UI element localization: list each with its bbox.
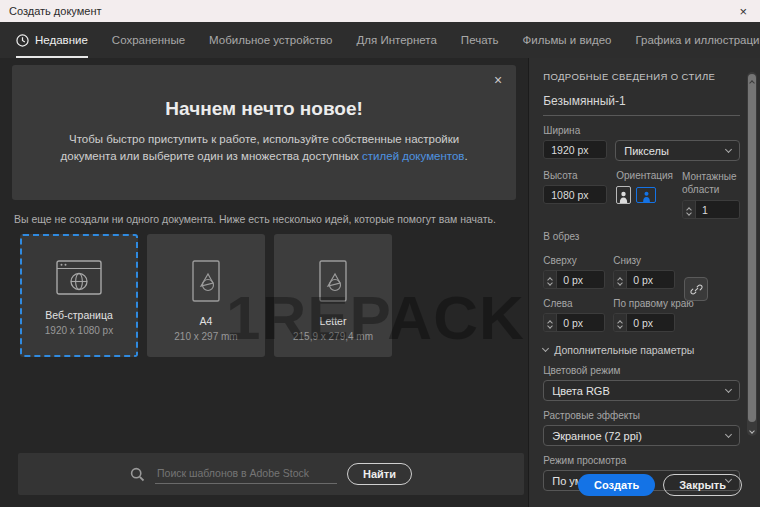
search-icon xyxy=(130,467,145,482)
bleed-bottom-label: Снизу xyxy=(613,255,675,266)
panel-scrollbar[interactable] xyxy=(747,72,757,436)
empty-state-hint: Вы еще не создали ни одного документа. Н… xyxy=(14,213,528,225)
tab-label: Мобильное устройство xyxy=(209,34,332,46)
bleed-left-value: 0 px xyxy=(557,314,604,331)
advanced-options-toggle[interactable]: Дополнительные параметры xyxy=(543,344,740,356)
tab-label: Для Интернета xyxy=(356,34,436,46)
stepper-arrows[interactable] xyxy=(614,314,627,331)
tab-label: Печать xyxy=(461,34,499,46)
preset-details-panel: ПОДРОБНЫЕ СВЕДЕНИЯ О СТИЛЕ Безымянный-1 … xyxy=(529,58,760,507)
preset-size: 210 x 297 mm xyxy=(174,331,237,342)
preset-name: A4 xyxy=(200,315,213,327)
tab-label: Графика и иллюстрации xyxy=(635,34,760,46)
artboards-label: Монтажные области xyxy=(682,170,740,196)
preset-name: Letter xyxy=(320,315,347,327)
color-mode-label: Цветовой режим xyxy=(543,365,740,376)
bleed-right-label: По правому краю xyxy=(613,298,675,309)
search-button[interactable]: Найти xyxy=(347,463,412,485)
raster-effects-label: Растровые эффекты xyxy=(543,410,740,421)
orientation-landscape-button[interactable] xyxy=(636,187,656,203)
web-page-icon xyxy=(56,260,102,296)
bleed-top-value: 0 px xyxy=(557,271,604,288)
chevron-down-icon xyxy=(749,428,755,434)
tab-label: Фильмы и видео xyxy=(523,34,612,46)
link-bleed-values-button[interactable] xyxy=(684,277,708,301)
chevron-down-icon xyxy=(725,430,732,437)
orientation-portrait-button[interactable] xyxy=(616,186,631,204)
preset-card-a4[interactable]: A4 210 x 297 mm xyxy=(147,234,265,357)
close-button[interactable]: Закрыть xyxy=(663,474,742,496)
tab-film-video[interactable]: Фильмы и видео xyxy=(523,22,612,58)
tab-label: Сохраненные xyxy=(112,34,185,46)
raster-effects-dropdown[interactable]: Экранное (72 ppi) xyxy=(543,425,740,446)
bleed-bottom-value: 0 px xyxy=(627,271,674,288)
welcome-banner: × Начнем нечто новое! Чтобы быстро прист… xyxy=(12,65,516,200)
tab-mobile[interactable]: Мобильное устройство xyxy=(209,22,332,58)
orientation-label: Ориентация xyxy=(616,170,673,181)
document-name-field[interactable]: Безымянный-1 xyxy=(543,94,740,116)
raster-effects-value: Экранное (72 ppi) xyxy=(552,430,642,442)
bleed-left-label: Слева xyxy=(543,298,605,309)
panel-header: ПОДРОБНЫЕ СВЕДЕНИЯ О СТИЛЕ xyxy=(543,71,740,82)
tab-web[interactable]: Для Интернета xyxy=(356,22,436,58)
artboards-stepper[interactable]: 1 xyxy=(682,200,740,219)
preset-cards: Веб-страница 1920 x 1080 px A4 210 x 297… xyxy=(20,234,528,357)
preview-mode-label: Режим просмотра xyxy=(543,455,740,466)
banner-text-part: . xyxy=(464,150,467,162)
tab-art-illustration[interactable]: Графика и иллюстрации xyxy=(635,22,760,58)
presets-area: × Начнем нечто новое! Чтобы быстро прист… xyxy=(0,58,529,507)
document-presets-link[interactable]: стилей документов xyxy=(362,150,464,162)
preset-name: Веб-страница xyxy=(45,309,113,321)
bleed-bottom-stepper[interactable]: 0 px xyxy=(613,270,675,289)
banner-title: Начнем нечто новое! xyxy=(12,65,516,120)
color-mode-dropdown[interactable]: Цвета RGB xyxy=(543,380,740,401)
stepper-arrows[interactable] xyxy=(544,271,557,288)
tab-print[interactable]: Печать xyxy=(461,22,499,58)
width-input[interactable]: 1920 px xyxy=(543,140,607,159)
preset-card-letter[interactable]: Letter 215,9 x 279,4 mm xyxy=(274,234,392,357)
category-tabs: Недавние Сохраненные Мобильное устройств… xyxy=(0,22,760,58)
color-mode-value: Цвета RGB xyxy=(552,385,610,397)
chevron-down-icon xyxy=(725,145,732,152)
print-page-icon xyxy=(316,260,350,302)
height-label: Высота xyxy=(543,170,607,181)
chevron-down-icon xyxy=(725,385,732,392)
clock-icon xyxy=(16,34,29,47)
advanced-options-label: Дополнительные параметры xyxy=(554,344,694,356)
bleed-left-stepper[interactable]: 0 px xyxy=(543,313,605,332)
banner-close-icon[interactable]: × xyxy=(494,73,502,87)
tab-label: Недавние xyxy=(35,34,88,46)
stepper-arrows[interactable] xyxy=(683,201,696,218)
chevron-up-icon xyxy=(749,80,755,86)
chain-link-icon xyxy=(690,283,703,296)
width-label: Ширина xyxy=(543,125,740,136)
preset-card-web-page[interactable]: Веб-страница 1920 x 1080 px xyxy=(20,234,138,357)
height-input[interactable]: 1080 px xyxy=(543,185,607,204)
bleed-top-stepper[interactable]: 0 px xyxy=(543,270,605,289)
stock-search-input[interactable] xyxy=(155,465,337,484)
landscape-person-icon xyxy=(642,191,651,202)
create-button[interactable]: Создать xyxy=(578,474,655,496)
tab-recent[interactable]: Недавние xyxy=(16,22,88,58)
stepper-arrows[interactable] xyxy=(614,271,627,288)
bleed-section-label: В обрез xyxy=(543,231,740,242)
bleed-right-value: 0 px xyxy=(627,314,674,331)
title-bar: Создать документ × xyxy=(0,0,760,22)
tab-saved[interactable]: Сохраненные xyxy=(112,22,185,58)
portrait-person-icon xyxy=(619,191,628,203)
artboards-value: 1 xyxy=(696,201,739,218)
units-value: Пикселы xyxy=(624,145,669,157)
bleed-top-label: Сверху xyxy=(543,255,605,266)
window-title: Создать документ xyxy=(9,5,102,17)
stock-search-bar: Найти xyxy=(18,453,524,495)
bleed-right-stepper[interactable]: 0 px xyxy=(613,313,675,332)
preset-size: 1920 x 1080 px xyxy=(45,325,113,336)
chevron-down-icon xyxy=(542,345,549,352)
banner-text: Чтобы быстро приступить к работе, исполь… xyxy=(44,131,484,166)
new-document-dialog: Создать документ × Недавние Сохраненные … xyxy=(0,0,760,507)
units-dropdown[interactable]: Пикселы xyxy=(615,140,740,161)
print-page-icon xyxy=(189,260,223,302)
window-close-icon[interactable]: × xyxy=(735,5,751,18)
scrollbar-thumb[interactable] xyxy=(748,74,756,422)
stepper-arrows[interactable] xyxy=(544,314,557,331)
